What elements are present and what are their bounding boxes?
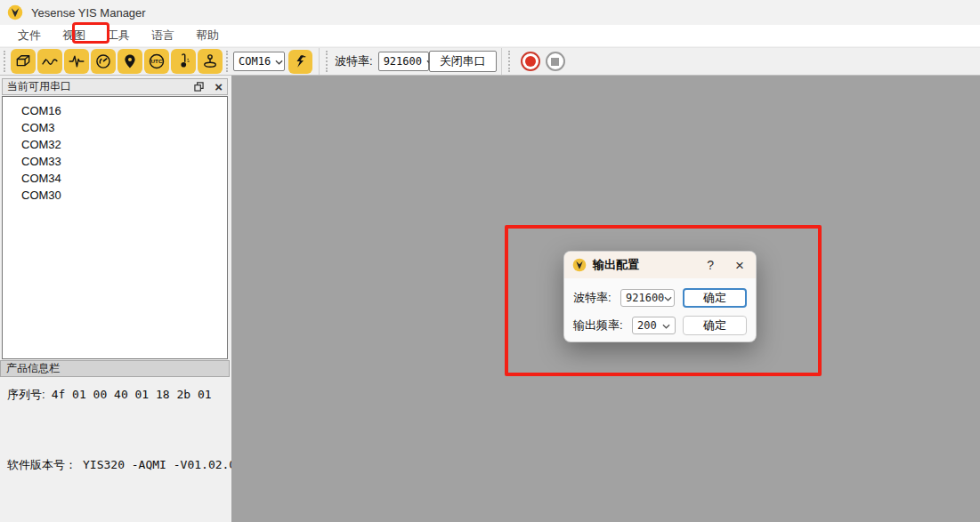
toolbar-grip[interactable] xyxy=(226,51,230,72)
port-list-item[interactable]: COM3 xyxy=(3,119,227,136)
menu-item-tools[interactable]: 工具 xyxy=(96,25,141,46)
dialog-baud-value: 921600 xyxy=(626,292,664,304)
dialog-freq-label: 输出频率: xyxy=(573,317,632,333)
output-config-dialog: 输出配置 ? × 波特率: 921600 确定 输出频率: 200 xyxy=(563,251,757,342)
serial-number-label: 序列号: xyxy=(7,387,45,403)
port-list-item[interactable]: COM30 xyxy=(3,187,227,204)
port-list-item[interactable]: COM32 xyxy=(3,136,227,153)
com-port-value: COM16 xyxy=(239,55,271,68)
titlebar: Yesense YIS Manager xyxy=(0,0,980,25)
toolbar: UTC COM16 xyxy=(0,47,980,76)
menu-item-view[interactable]: 视图 xyxy=(52,25,96,46)
toolbar-grip[interactable] xyxy=(4,51,7,72)
software-version-label: 软件版本号： xyxy=(7,457,77,473)
left-panel: 当前可用串口 × COM16 COM3 COM32 COM33 COM34 CO… xyxy=(0,76,231,522)
menu-item-file[interactable]: 文件 xyxy=(7,25,52,46)
refresh-bolt-icon xyxy=(293,53,309,69)
menu-item-help[interactable]: 帮助 xyxy=(185,25,230,46)
software-version-line: 软件版本号： YIS320 -AQMI -V01.02.03; xyxy=(7,457,250,473)
yesense-logo-icon xyxy=(572,258,587,272)
close-serial-port-button[interactable]: 关闭串口 xyxy=(429,51,497,72)
menubar: 文件 视图 工具 语言 帮助 xyxy=(0,25,980,47)
dialog-baud-select[interactable]: 921600 xyxy=(620,289,675,307)
toolbar-separator xyxy=(501,48,502,75)
product-info-panel-title: 产品信息栏 xyxy=(6,361,60,376)
window-title: Yesense YIS Manager xyxy=(31,6,146,20)
menu-item-language[interactable]: 语言 xyxy=(141,25,185,46)
float-panel-icon[interactable] xyxy=(194,82,204,92)
dialog-help-button[interactable]: ? xyxy=(701,258,719,272)
dialog-titlebar: 输出配置 ? × xyxy=(564,252,756,278)
dialog-freq-select[interactable]: 200 xyxy=(632,317,676,334)
toolbar-grip[interactable] xyxy=(508,51,512,72)
stop-icon xyxy=(551,58,559,66)
dialog-freq-row: 输出频率: 200 确定 xyxy=(564,316,756,335)
dialog-baud-label: 波特率: xyxy=(573,290,620,306)
record-icon xyxy=(525,56,536,67)
pulse-icon[interactable] xyxy=(64,49,89,74)
close-panel-icon[interactable]: × xyxy=(215,80,223,93)
yesense-logo-icon xyxy=(7,4,23,20)
toolbar-grip[interactable] xyxy=(326,51,329,72)
thermometer-icon[interactable] xyxy=(171,49,196,74)
refresh-ports-button[interactable] xyxy=(288,50,312,74)
available-ports-panel-header: 当前可用串口 × xyxy=(2,78,228,95)
baud-rate-select[interactable]: 921600 xyxy=(378,52,429,71)
port-list-item[interactable]: COM33 xyxy=(3,153,227,170)
chevron-down-icon xyxy=(664,292,672,304)
dialog-baud-ok-button[interactable]: 确定 xyxy=(683,288,747,308)
serial-number-value: 4f 01 00 40 01 18 2b 01 xyxy=(52,388,212,401)
software-version-value: YIS320 -AQMI -V01.02.03; xyxy=(83,458,250,471)
dialog-freq-value: 200 xyxy=(637,319,657,332)
chevron-down-icon xyxy=(662,319,670,332)
available-ports-panel-title: 当前可用串口 xyxy=(7,79,71,94)
serial-number-line: 序列号: 4f 01 00 40 01 18 2b 01 xyxy=(7,387,212,403)
main-workspace: 输出配置 ? × 波特率: 921600 确定 输出频率: 200 xyxy=(231,76,980,522)
baud-rate-value: 921600 xyxy=(384,55,422,68)
gauge-icon[interactable] xyxy=(91,49,116,74)
dialog-close-button[interactable]: × xyxy=(732,258,748,273)
box-3d-icon[interactable] xyxy=(11,49,36,74)
baud-rate-label: 波特率: xyxy=(335,53,373,69)
port-list-item[interactable]: COM34 xyxy=(3,170,227,187)
waveform-icon[interactable] xyxy=(37,49,62,74)
com-port-select[interactable]: COM16 xyxy=(233,52,285,71)
dialog-freq-ok-button[interactable]: 确定 xyxy=(683,316,747,335)
dialog-title: 输出配置 xyxy=(593,257,639,273)
port-list-item[interactable]: COM16 xyxy=(3,102,227,119)
port-list: COM16 COM3 COM32 COM33 COM34 COM30 xyxy=(2,96,228,359)
app-window: Yesense YIS Manager 文件 视图 工具 语言 帮助 xyxy=(0,0,980,522)
product-info-panel-header: 产品信息栏 xyxy=(0,360,230,377)
location-pin-icon[interactable] xyxy=(117,49,142,74)
chevron-down-icon xyxy=(271,55,283,68)
dialog-baud-row: 波特率: 921600 确定 xyxy=(564,288,756,308)
stop-button[interactable] xyxy=(546,52,565,71)
utc-clock-icon[interactable]: UTC xyxy=(144,49,169,74)
record-button[interactable] xyxy=(521,52,540,71)
pressure-icon[interactable] xyxy=(198,49,223,74)
svg-text:UTC: UTC xyxy=(151,58,163,64)
toolbar-separator xyxy=(319,48,320,75)
